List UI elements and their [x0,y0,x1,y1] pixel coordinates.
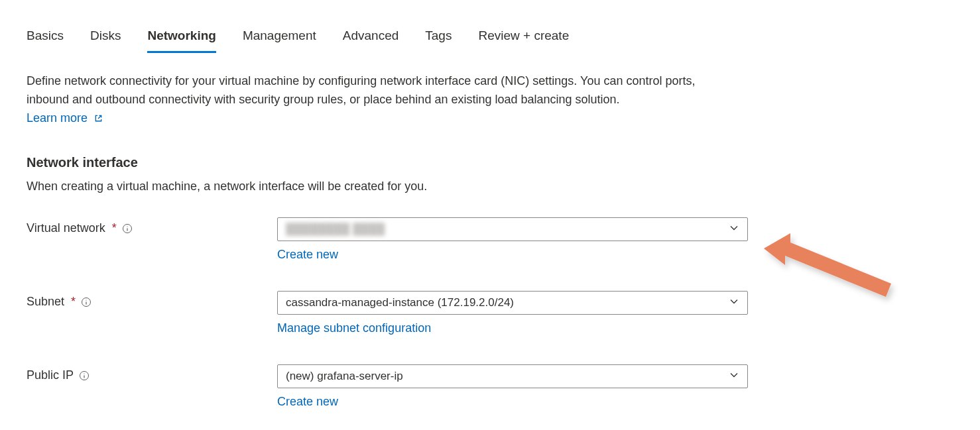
subnet-value: cassandra-managed-instance (172.19.2.0/2… [286,296,729,309]
tab-bar: Basics Disks Networking Management Advan… [27,27,953,52]
row-subnet: Subnet * cassandra-managed-instance (172… [27,291,953,335]
tab-networking[interactable]: Networking [147,27,215,52]
learn-more-label: Learn more [27,111,88,125]
label-virtual-network: Virtual network * [27,217,277,235]
virtual-network-value: ████████ ████ [286,223,729,236]
control-public-ip: (new) grafana-server-ip Create new [277,364,748,409]
svg-point-1 [127,226,127,227]
public-ip-create-new-link[interactable]: Create new [277,395,338,409]
chevron-down-icon [729,223,739,237]
required-asterisk: * [112,221,117,235]
learn-more-link[interactable]: Learn more [27,111,103,125]
row-public-ip: Public IP (new) grafana-server-ip [27,364,953,409]
tab-tags[interactable]: Tags [425,27,452,52]
info-icon[interactable] [122,223,133,234]
vnet-label-text: Virtual network [27,221,105,235]
control-virtual-network: ████████ ████ Create new [277,217,748,262]
tab-basics[interactable]: Basics [27,27,64,52]
label-public-ip: Public IP [27,364,277,382]
network-interface-form: Virtual network * ████████ ████ [27,217,953,430]
tab-advanced[interactable]: Advanced [343,27,399,52]
intro-body: Define network connectivity for your vir… [27,74,695,106]
external-link-icon [93,110,103,129]
row-virtual-network: Virtual network * ████████ ████ [27,217,953,262]
page-root: Basics Disks Networking Management Advan… [0,27,980,430]
info-icon[interactable] [81,297,92,307]
info-icon[interactable] [79,370,90,381]
svg-point-5 [84,373,84,374]
label-subnet: Subnet * [27,291,277,309]
required-asterisk: * [71,295,76,309]
svg-point-3 [86,299,86,300]
tab-management[interactable]: Management [243,27,316,52]
control-subnet: cassandra-managed-instance (172.19.2.0/2… [277,291,748,335]
tab-review-create[interactable]: Review + create [478,27,569,52]
public-ip-value: (new) grafana-server-ip [286,370,729,383]
chevron-down-icon [729,370,739,384]
chevron-down-icon [729,296,739,310]
manage-subnet-link[interactable]: Manage subnet configuration [277,321,431,335]
intro-text: Define network connectivity for your vir… [27,72,729,129]
section-title: Network interface [27,155,953,170]
section-desc: When creating a virtual machine, a netwo… [27,180,953,193]
tab-disks[interactable]: Disks [90,27,121,52]
virtual-network-dropdown[interactable]: ████████ ████ [277,217,748,241]
public-ip-label-text: Public IP [27,368,74,382]
public-ip-dropdown[interactable]: (new) grafana-server-ip [277,364,748,388]
subnet-label-text: Subnet [27,295,64,309]
vnet-create-new-link[interactable]: Create new [277,248,338,262]
subnet-dropdown[interactable]: cassandra-managed-instance (172.19.2.0/2… [277,291,748,315]
